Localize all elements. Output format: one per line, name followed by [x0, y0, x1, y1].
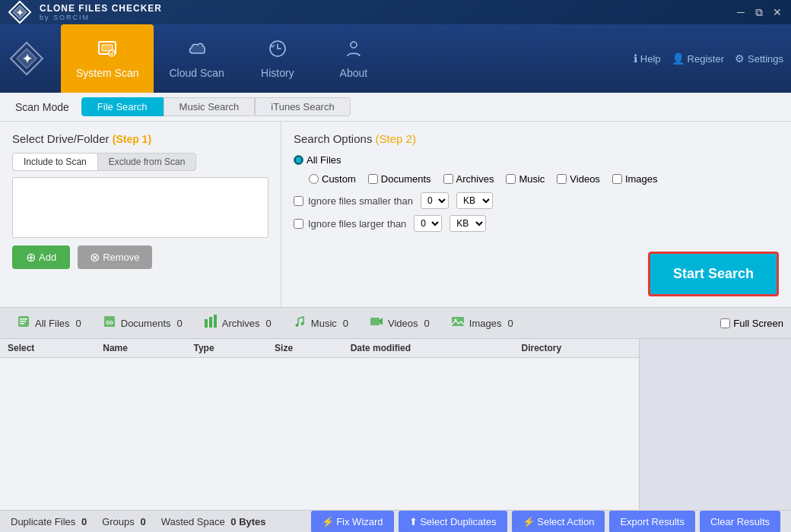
- result-tab-music[interactable]: Music 0: [284, 312, 357, 334]
- minimize-button[interactable]: ─: [733, 5, 748, 20]
- results-table-body: [0, 358, 639, 510]
- svg-rect-14: [20, 323, 24, 325]
- ignore-smaller-label[interactable]: Ignore files smaller than: [294, 195, 413, 207]
- folder-list: [12, 177, 268, 238]
- about-icon: [343, 38, 364, 64]
- remove-button[interactable]: ⊗ Remove: [78, 245, 151, 269]
- videos-checkbox[interactable]: [557, 174, 567, 184]
- documents-checkbox[interactable]: [368, 174, 378, 184]
- svg-rect-19: [214, 315, 217, 328]
- action-buttons: ⚡ Fix Wizard ⬆ Select Duplicates ⚡ Selec…: [311, 511, 780, 532]
- settings-item[interactable]: ⚙ Settings: [735, 52, 783, 65]
- fullscreen-checkbox-label[interactable]: Full Screen: [720, 318, 783, 329]
- result-tab-videos[interactable]: Videos 0: [361, 312, 439, 334]
- fix-wizard-button[interactable]: ⚡ Fix Wizard: [311, 511, 394, 532]
- documents-tab-icon: 00: [103, 315, 116, 331]
- scan-mode-bar: Scan Mode File Search Music Search iTune…: [0, 93, 791, 122]
- system-scan-label: System Scan: [76, 67, 138, 79]
- fullscreen-checkbox[interactable]: [720, 318, 730, 328]
- right-panel: Search Options (Step 2) All Files Custom: [281, 122, 791, 307]
- larger-value-select[interactable]: 0: [414, 215, 442, 232]
- smaller-value-select[interactable]: 0: [421, 192, 449, 209]
- result-tab-archives[interactable]: Archives 0: [195, 312, 281, 334]
- result-tab-all-files[interactable]: All Files 0: [8, 312, 91, 334]
- select-duplicates-button[interactable]: ⬆ Select Duplicates: [399, 511, 507, 532]
- svg-text:✦: ✦: [16, 8, 24, 18]
- remove-icon: ⊗: [90, 250, 100, 264]
- images-checkbox-label[interactable]: Images: [612, 173, 658, 185]
- include-to-scan-tab[interactable]: Include to Scan: [12, 153, 97, 171]
- archives-checkbox[interactable]: [443, 174, 453, 184]
- app-logo: ✦: [6, 0, 33, 26]
- svg-rect-18: [209, 317, 212, 328]
- app-title: CLONE FILES CHECKER: [40, 3, 162, 14]
- filter-row-smaller: Ignore files smaller than 0 KBMBGB: [294, 192, 779, 209]
- exclude-from-scan-tab[interactable]: Exclude from Scan: [97, 153, 197, 171]
- select-action-button[interactable]: ⚡ Select Action: [512, 511, 605, 532]
- nav-tab-about[interactable]: About: [316, 24, 392, 93]
- svg-rect-12: [20, 318, 27, 320]
- svg-text:✦: ✦: [22, 52, 33, 65]
- custom-radio-label[interactable]: Custom: [309, 173, 356, 185]
- nav-tab-history[interactable]: History: [240, 24, 316, 93]
- help-icon: ℹ: [634, 52, 637, 65]
- music-tab-icon: [293, 315, 307, 331]
- add-button[interactable]: ⊕ Add: [12, 245, 70, 269]
- larger-unit-select[interactable]: KBMBGB: [450, 215, 486, 232]
- result-tab-documents[interactable]: 00 Documents 0: [94, 312, 192, 334]
- settings-label: Settings: [748, 53, 783, 65]
- left-panel-title: Select Drive/Folder (Step 1): [12, 132, 268, 145]
- about-label: About: [340, 67, 368, 79]
- col-name: Name: [95, 339, 186, 358]
- add-remove-buttons: ⊕ Add ⊗ Remove: [12, 245, 268, 269]
- ignore-larger-checkbox[interactable]: [294, 219, 303, 229]
- register-label: Register: [688, 53, 724, 65]
- col-select: Select: [0, 339, 95, 358]
- clear-results-button[interactable]: Clear Results: [700, 511, 780, 532]
- tab-music-search[interactable]: Music Search: [164, 97, 256, 116]
- filter-row-larger: Ignore files larger than 0 KBMBGB: [294, 215, 779, 232]
- history-label: History: [261, 67, 294, 79]
- all-files-radio-label[interactable]: All Files: [294, 154, 341, 166]
- videos-checkbox-label[interactable]: Videos: [557, 173, 600, 185]
- nav-right: ℹ Help 👤 Register ⚙ Settings: [634, 52, 783, 65]
- ignore-smaller-checkbox[interactable]: [294, 196, 303, 206]
- system-scan-icon: [97, 38, 118, 64]
- svg-point-20: [295, 324, 298, 327]
- svg-text:00: 00: [106, 319, 113, 326]
- ignore-larger-label[interactable]: Ignore files larger than: [294, 218, 406, 230]
- help-item[interactable]: ℹ Help: [634, 52, 661, 65]
- results-table-container[interactable]: Select Name Type Size Date modified Dire…: [0, 339, 639, 510]
- smaller-unit-select[interactable]: KBMBGB: [456, 192, 493, 209]
- status-bar: Duplicate Files 0 Groups 0 Wasted Space …: [0, 510, 791, 532]
- svg-marker-23: [380, 318, 383, 325]
- help-label: Help: [640, 53, 661, 65]
- music-checkbox-label[interactable]: Music: [506, 173, 545, 185]
- documents-checkbox-label[interactable]: Documents: [368, 173, 431, 185]
- music-checkbox[interactable]: [506, 174, 516, 184]
- tab-itunes-search[interactable]: iTunes Search: [255, 97, 350, 116]
- svg-point-10: [351, 42, 357, 48]
- add-icon: ⊕: [26, 250, 36, 264]
- nav-tab-cloud-scan[interactable]: Cloud Scan: [154, 24, 239, 93]
- title-bar-text: CLONE FILES CHECKER by SORCIM: [40, 3, 162, 21]
- start-search-button[interactable]: Start Search: [648, 252, 779, 296]
- tab-file-search[interactable]: File Search: [81, 97, 164, 116]
- scan-mode-label: Scan Mode: [15, 101, 69, 113]
- images-checkbox[interactable]: [612, 174, 622, 184]
- nav-logo: ✦: [8, 40, 46, 78]
- content-area: Select Drive/Folder (Step 1) Include to …: [0, 122, 791, 510]
- cloud-scan-icon: [186, 38, 208, 64]
- close-button[interactable]: ✕: [770, 5, 785, 20]
- maximize-button[interactable]: ⧉: [751, 5, 767, 20]
- nav-tab-system-scan[interactable]: System Scan: [61, 24, 154, 93]
- table-wrapper: Select Name Type Size Date modified Dire…: [0, 339, 791, 510]
- archives-checkbox-label[interactable]: Archives: [443, 173, 494, 185]
- result-tab-images[interactable]: Images 0: [442, 312, 523, 334]
- export-results-button[interactable]: Export Results: [609, 511, 695, 532]
- title-bar: ✦ CLONE FILES CHECKER by SORCIM ─ ⧉ ✕: [0, 0, 791, 24]
- custom-radio[interactable]: [309, 174, 319, 184]
- all-files-radio[interactable]: [294, 155, 303, 165]
- archives-tab-icon: [204, 315, 218, 331]
- register-item[interactable]: 👤 Register: [672, 52, 724, 65]
